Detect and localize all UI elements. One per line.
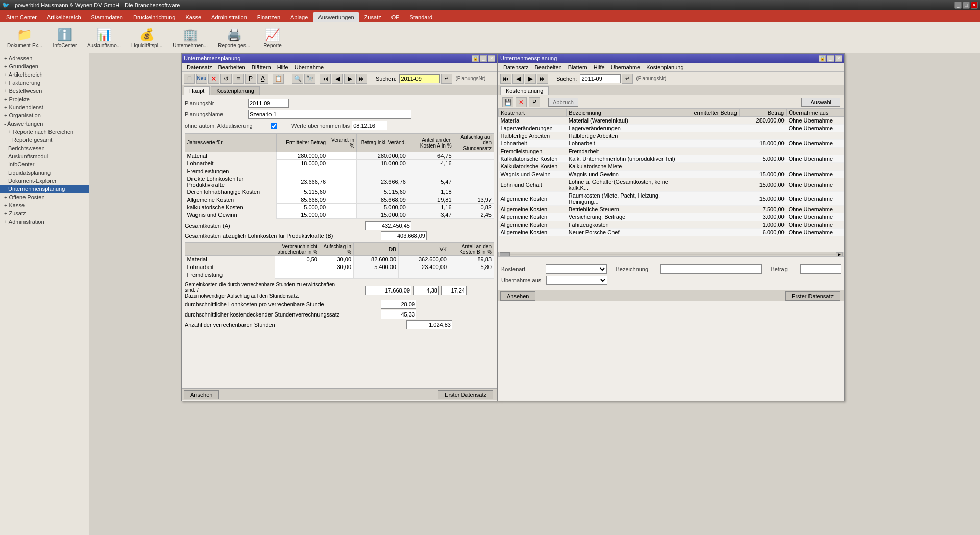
left-tool-delete[interactable]: ✕: [208, 74, 219, 84]
left-tool-edit3[interactable]: A̲: [257, 74, 268, 84]
sidebar-item-kasse[interactable]: + Kasse: [0, 201, 89, 209]
kp-bezeichnung-input[interactable]: [660, 264, 762, 274]
toolbar-liquiditaetsplan[interactable]: 💰 Liquiditätspl...: [128, 26, 165, 50]
sidebar-item-projekte[interactable]: + Projekte: [0, 95, 89, 103]
kp-tool-x[interactable]: ✕: [516, 97, 527, 107]
right-menu-hilfe[interactable]: Hilfe: [591, 63, 608, 72]
toolbar-auskunftsmodul[interactable]: 📊 Auskunftsmo...: [84, 26, 124, 50]
left-menu-hilfe[interactable]: Hilfe: [274, 63, 291, 72]
row-veraend-lohnarbeit[interactable]: [328, 160, 357, 167]
left-search-enter[interactable]: ↵: [441, 74, 452, 84]
left-search-input[interactable]: [399, 74, 440, 83]
right-window-min-btn[interactable]: _: [827, 55, 834, 62]
row-ermittelt-lohnarbeit[interactable]: [277, 160, 328, 167]
right-nav-next[interactable]: ▶: [525, 74, 536, 84]
kp-tool-p[interactable]: P: [529, 97, 540, 107]
right-search-enter[interactable]: ↵: [622, 74, 633, 84]
row-veraend-deren[interactable]: [328, 188, 357, 196]
tab-stammdaten[interactable]: Stammdaten: [86, 12, 128, 22]
row-ermittelt-wagnis[interactable]: [277, 211, 328, 219]
tab-druckeinrichtung[interactable]: Druckeinrichtung: [128, 12, 181, 22]
left-tool-edit1[interactable]: ≡: [233, 74, 244, 84]
row-ermittelt-kalk[interactable]: [277, 204, 328, 211]
right-nav-first[interactable]: ⏮: [500, 74, 511, 84]
lower-aufschlag-lohn[interactable]: [320, 263, 354, 271]
left-tab-haupt[interactable]: Haupt: [184, 86, 210, 95]
right-window-lock-btn[interactable]: 🔒: [819, 55, 826, 62]
tab-ablage[interactable]: Ablage: [285, 12, 313, 22]
close-button[interactable]: ✕: [971, 2, 978, 9]
toolbar-infocenter[interactable]: ℹ️ InfoCenter: [50, 26, 80, 50]
sidebar-item-offene-posten[interactable]: + Offene Posten: [0, 193, 89, 201]
right-status-ansehen[interactable]: Ansehen: [500, 291, 535, 301]
sidebar-item-artikelbereich[interactable]: + Artikelbereich: [0, 70, 89, 79]
row-ermittelt-material[interactable]: [277, 152, 328, 160]
row-veraend-kalk[interactable]: [328, 204, 357, 211]
lower-verbrauch-lohn[interactable]: [275, 263, 320, 271]
sidebar-item-dokument-explorer[interactable]: Dokument-Explorer: [0, 177, 89, 185]
row-veraend-wagnis[interactable]: [328, 211, 357, 219]
sidebar-item-bestellwesen[interactable]: + Bestellwesen: [0, 87, 89, 95]
kp-betrag-input[interactable]: [800, 264, 841, 274]
left-window-close-btn[interactable]: ✕: [488, 55, 495, 62]
lower-aufschlag-fremd[interactable]: [320, 271, 354, 279]
right-window-close-btn[interactable]: ✕: [835, 55, 842, 62]
tab-finanzen[interactable]: Finanzen: [252, 12, 285, 22]
ohne-checkbox[interactable]: [271, 123, 277, 129]
sidebar-item-reporte-nach-bereichen[interactable]: + Reporte nach Bereichen: [0, 128, 89, 136]
left-tool-new2[interactable]: Neu: [196, 74, 207, 84]
tab-zusatz[interactable]: Zusatz: [359, 12, 386, 22]
left-tool-new[interactable]: ☐: [184, 74, 195, 84]
right-status-erster[interactable]: Erster Datensatz: [785, 291, 840, 301]
left-status-erster[interactable]: Erster Datensatz: [438, 390, 493, 399]
sidebar-item-berichtswesen[interactable]: Berichtswesen: [0, 144, 89, 152]
lower-verbrauch-fremd[interactable]: [275, 271, 320, 279]
tab-op[interactable]: OP: [386, 12, 405, 22]
kp-kostenart-select[interactable]: [546, 264, 606, 274]
right-tab-kostenplanung[interactable]: Kostenplanung: [500, 86, 549, 95]
left-tool-edit2[interactable]: P: [245, 74, 256, 84]
left-menu-bearbeiten[interactable]: Bearbeiten: [215, 63, 249, 72]
toolbar-reporte-ges[interactable]: 🖨️ Reporte ges...: [215, 26, 253, 50]
tab-start-center[interactable]: Start-Center: [1, 12, 42, 22]
kp-uebernahme-select[interactable]: [546, 276, 607, 285]
row-veraend-material[interactable]: [328, 152, 357, 160]
row-veraend-allg[interactable]: [328, 196, 357, 204]
lower-verbrauch-material[interactable]: [275, 256, 320, 263]
minimize-button[interactable]: _: [954, 2, 962, 9]
left-nav-prev[interactable]: ◀: [332, 74, 343, 84]
sidebar-item-kundendienst[interactable]: + Kundendienst: [0, 103, 89, 111]
toolbar-dokument-ex[interactable]: 📁 Dokument-Ex...: [4, 26, 45, 50]
row-veraend-fremd[interactable]: [328, 167, 357, 175]
left-tool-search[interactable]: 🔍: [292, 74, 303, 84]
sidebar-item-auskunftsmodul[interactable]: Auskunftsmodul: [0, 152, 89, 160]
lower-aufschlag-material[interactable]: [320, 256, 354, 263]
tab-administration[interactable]: Administration: [206, 12, 252, 22]
left-menu-uebernahme[interactable]: Übernahme: [291, 63, 327, 72]
sidebar-item-infocenter[interactable]: InfoCenter: [0, 160, 89, 168]
kp-tool-save[interactable]: 💾: [502, 97, 513, 107]
tab-standard[interactable]: Standard: [405, 12, 438, 22]
sidebar-item-auswertungen[interactable]: - Auswertungen: [0, 119, 89, 128]
left-nav-last[interactable]: ⏭: [356, 74, 368, 84]
right-search-input[interactable]: [580, 74, 621, 83]
left-menu-blaettern[interactable]: Blättern: [249, 63, 274, 72]
row-ermittelt-direkte[interactable]: [277, 175, 328, 188]
right-menu-blaettern[interactable]: Blättern: [565, 63, 591, 72]
left-window-lock-btn[interactable]: 🔒: [472, 55, 479, 62]
sidebar-item-fakturierung[interactable]: + Fakturierung: [0, 79, 89, 87]
right-menu-kostenplanung[interactable]: Kostenplanung: [643, 63, 687, 72]
right-menu-datensatz[interactable]: Datensatz: [500, 63, 532, 72]
left-nav-first[interactable]: ⏮: [320, 74, 331, 84]
sidebar-item-reporte-gesamt[interactable]: Reporte gesamt: [0, 136, 89, 144]
left-status-ansehen[interactable]: Ansehen: [184, 390, 219, 399]
sidebar-item-grundlagen[interactable]: + Grundlagen: [0, 62, 89, 70]
sidebar-item-administration[interactable]: + Administration: [0, 217, 89, 226]
sidebar-item-zusatz[interactable]: + Zusatz: [0, 209, 89, 217]
left-tool-binoculars[interactable]: 🔭: [304, 74, 315, 84]
kp-auswahl-btn[interactable]: Auswahl: [801, 98, 840, 107]
tab-kasse[interactable]: Kasse: [180, 12, 206, 22]
werte-input[interactable]: [352, 121, 387, 130]
kp-scrollbar[interactable]: ▶: [498, 252, 844, 257]
planungsname-input[interactable]: [248, 110, 411, 119]
